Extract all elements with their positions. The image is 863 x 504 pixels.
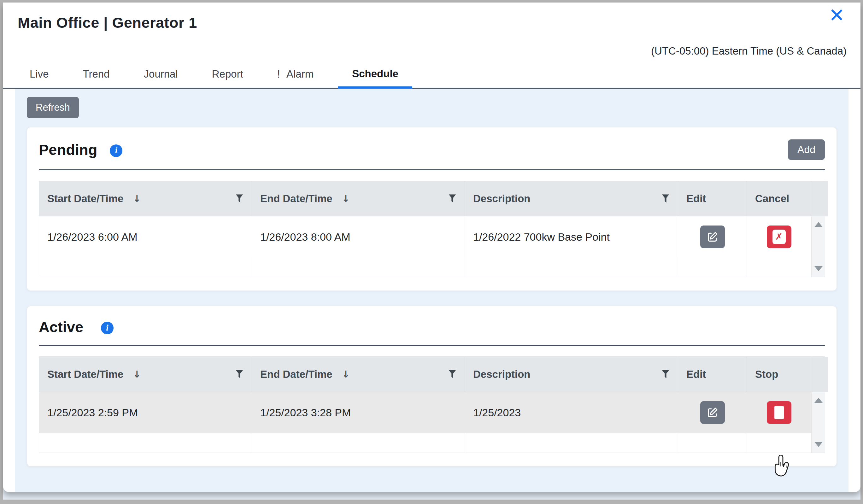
add-button[interactable]: Add: [788, 139, 825, 160]
column-header-description[interactable]: Description: [465, 357, 678, 392]
empty-row-space: [252, 433, 465, 453]
column-header-stop: Stop: [747, 357, 811, 392]
scroll-down-icon[interactable]: [814, 442, 823, 447]
pending-table: Start Date/Time ↓ End Date/Time ↓ Descri…: [39, 181, 825, 277]
filter-icon[interactable]: [448, 370, 456, 379]
tab-report[interactable]: Report: [210, 63, 245, 88]
page-backdrop: Main Office | Generator 1 ✕ (UTC-05:00) …: [3, 2, 861, 500]
pending-row-edit-cell: [678, 216, 747, 257]
pending-section: Pending i Add Start Date/Time ↓ End Date…: [27, 127, 837, 291]
active-row-description-cell: 1/25/2023: [465, 392, 678, 433]
column-header-edit: Edit: [678, 357, 747, 392]
sort-desc-icon[interactable]: ↓: [342, 369, 350, 380]
active-row-start-cell: 1/25/2023 2:59 PM: [39, 392, 252, 433]
stop-square-icon: [774, 406, 784, 419]
schedule-panel: Refresh Pending i Add Start Date/Time ↓: [15, 89, 849, 492]
active-row-end-cell: 1/25/2023 3:28 PM: [252, 392, 465, 433]
active-section: Active i Start Date/Time ↓ End Date/Time…: [27, 306, 837, 466]
scroll-down-icon[interactable]: [814, 266, 823, 271]
column-header-spacer: [811, 181, 828, 216]
refresh-button[interactable]: Refresh: [27, 97, 79, 118]
active-title: Active: [39, 318, 83, 336]
info-icon[interactable]: i: [101, 322, 114, 334]
sort-desc-icon[interactable]: ↓: [342, 193, 350, 204]
vertical-scrollbar[interactable]: [811, 216, 825, 277]
column-header-end[interactable]: End Date/Time ↓: [252, 181, 465, 216]
pending-title: Pending: [39, 141, 97, 158]
tab-journal[interactable]: Journal: [142, 63, 180, 88]
vertical-scrollbar[interactable]: [811, 392, 825, 453]
scroll-up-icon[interactable]: [814, 398, 823, 403]
empty-row-space: [39, 433, 252, 453]
column-header-end[interactable]: End Date/Time ↓: [252, 357, 465, 392]
stop-button[interactable]: [767, 401, 791, 424]
empty-row-space: [252, 257, 465, 277]
section-divider: [39, 345, 825, 346]
filter-icon[interactable]: [661, 194, 670, 203]
filter-icon[interactable]: [235, 370, 243, 379]
column-header-edit: Edit: [678, 181, 747, 216]
sort-desc-icon[interactable]: ↓: [133, 369, 141, 380]
column-header-spacer: [811, 357, 828, 392]
tab-alarm[interactable]: !Alarm: [275, 63, 315, 88]
active-row-edit-cell: [678, 392, 747, 433]
section-divider: [39, 169, 825, 170]
pending-section-header: Pending i Add: [39, 139, 825, 160]
active-section-header: Active i: [39, 318, 825, 336]
pending-row-description-cell: 1/26/2022 700kw Base Point: [465, 216, 678, 257]
tab-schedule[interactable]: Schedule: [338, 63, 412, 89]
empty-row-space: [39, 257, 252, 277]
cancel-x-icon: ✗: [773, 230, 786, 244]
filter-icon[interactable]: [661, 370, 670, 379]
pencil-square-icon: [706, 230, 719, 243]
app-window: Main Office | Generator 1 ✕ (UTC-05:00) …: [0, 0, 863, 504]
sort-desc-icon[interactable]: ↓: [133, 193, 141, 204]
tab-bar: Live Trend Journal Report !Alarm Schedul…: [3, 63, 861, 89]
empty-row-space: [678, 257, 747, 277]
empty-row-space: [747, 257, 811, 277]
filter-icon[interactable]: [235, 194, 243, 203]
column-header-start[interactable]: Start Date/Time ↓: [39, 357, 252, 392]
empty-row-space: [465, 257, 678, 277]
timezone-label: (UTC-05:00) Eastern Time (US & Canada): [18, 45, 847, 57]
page-title: Main Office | Generator 1: [18, 14, 847, 31]
pending-row-end-cell: 1/26/2023 8:00 AM: [252, 216, 465, 257]
column-header-start[interactable]: Start Date/Time ↓: [39, 181, 252, 216]
scroll-up-icon[interactable]: [814, 222, 823, 227]
empty-row-space: [465, 433, 678, 453]
info-icon[interactable]: i: [110, 144, 122, 157]
empty-row-space: [747, 433, 811, 453]
tab-live[interactable]: Live: [28, 63, 51, 88]
pending-row-start-cell: 1/26/2023 6:00 AM: [39, 216, 252, 257]
filter-icon[interactable]: [448, 194, 456, 203]
pending-row-cancel-cell: ✗: [747, 216, 811, 257]
column-header-cancel: Cancel: [747, 181, 811, 216]
cancel-button[interactable]: ✗: [767, 226, 791, 248]
alarm-exclamation-icon: !: [277, 68, 280, 80]
column-header-description[interactable]: Description: [465, 181, 678, 216]
dialog-header: Main Office | Generator 1 ✕ (UTC-05:00) …: [3, 2, 861, 57]
edit-button[interactable]: [700, 226, 725, 248]
generator-dialog: Main Office | Generator 1 ✕ (UTC-05:00) …: [3, 2, 861, 492]
edit-button[interactable]: [700, 401, 725, 424]
close-icon[interactable]: ✕: [828, 4, 846, 26]
pencil-square-icon: [706, 406, 719, 419]
tab-trend[interactable]: Trend: [81, 63, 112, 88]
active-table: Start Date/Time ↓ End Date/Time ↓ Descri…: [39, 356, 825, 453]
empty-row-space: [678, 433, 747, 453]
active-row-stop-cell: [747, 392, 811, 433]
